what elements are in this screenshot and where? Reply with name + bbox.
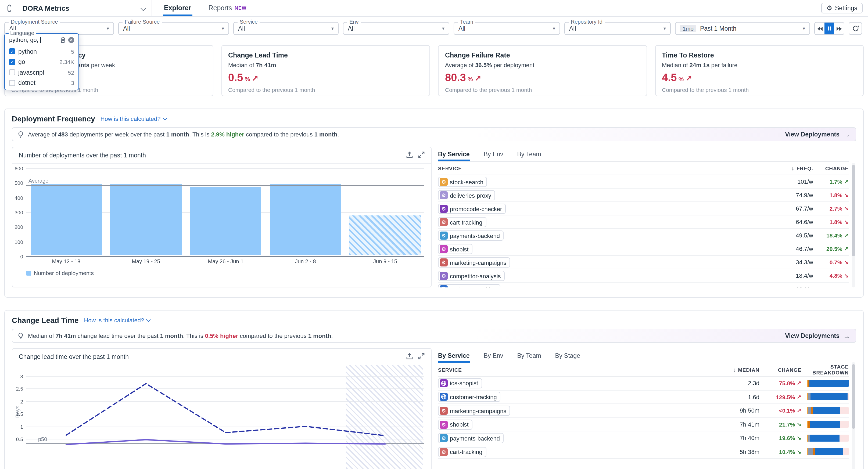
tab-by-team[interactable]: By Team xyxy=(517,147,541,161)
trend-arrow-icon: ↗ xyxy=(797,380,801,386)
service-pill[interactable]: ⚙marketing-campaigns xyxy=(438,257,510,268)
service-pill[interactable]: ⚙payments-backend xyxy=(438,230,504,241)
service-pill[interactable]: ⚙cart-tracking xyxy=(438,447,486,457)
y-axis-tick: 1 xyxy=(12,424,23,430)
how-calculated-link[interactable]: How is this calculated? xyxy=(100,116,166,122)
refresh-button[interactable] xyxy=(849,22,862,35)
pause-button[interactable] xyxy=(825,23,834,34)
sort-median[interactable]: ↓ MEDIAN xyxy=(722,366,760,373)
card-title: Change Failure Rate xyxy=(445,52,640,59)
table-row[interactable]: ⚙payments-backend 49.5/w 18.4% ↗ xyxy=(438,229,849,242)
checkbox[interactable]: ✓ xyxy=(9,49,15,55)
tab-by-team[interactable]: By Team xyxy=(517,348,541,363)
tab-by-env[interactable]: By Env xyxy=(484,348,503,363)
divider xyxy=(18,4,18,12)
table-row[interactable]: ⚙marketing-campaigns 34.3/w 0.7% ↘ xyxy=(438,256,849,269)
freq-value: 46.7/w xyxy=(765,246,813,252)
filter-env[interactable]: Env All ▾ xyxy=(343,22,449,35)
view-deployments-button[interactable]: View Deployments→ xyxy=(785,130,850,138)
metric-card-change-failure-rate[interactable]: Change Failure Rate Average of 36.5% per… xyxy=(438,45,647,96)
service-pill[interactable]: ⚙marketing-campaigns xyxy=(438,406,510,416)
expand-icon[interactable] xyxy=(418,353,425,361)
service-pill[interactable]: ⚙stock-search xyxy=(438,177,487,187)
gears-icon: ⚙ xyxy=(440,218,448,226)
table-row[interactable]: ios-shopist 2.3d 75.8% ↗ xyxy=(438,377,849,390)
settings-button[interactable]: ⚙ Settings xyxy=(821,3,863,13)
tab-by-env[interactable]: By Env xyxy=(484,147,503,161)
forecast-bar[interactable] xyxy=(349,215,421,255)
x-axis-label: May 12 - 18 xyxy=(52,258,81,264)
language-option-go[interactable]: ✓ go 2.34K xyxy=(5,57,79,67)
service-pill[interactable]: ⚙promocode-checker xyxy=(438,204,506,214)
p50-line[interactable] xyxy=(66,440,385,444)
tab-by-service[interactable]: By Service xyxy=(438,348,470,363)
table-row[interactable]: customer-tracking 1.6d 129.5% ↗ xyxy=(438,390,849,404)
tab-by-service[interactable]: By Service xyxy=(438,147,470,161)
metric-card-time-to-restore[interactable]: Time To Restore Median of 24m 1s per fai… xyxy=(655,45,864,96)
checkbox[interactable] xyxy=(9,80,15,86)
service-pill[interactable]: customer-tracking xyxy=(438,392,501,402)
table-row[interactable]: ⚙competitor-analysis 18.4/w 4.8% ↘ xyxy=(438,269,849,283)
language-option-javascript[interactable]: javascript 52 xyxy=(5,67,79,77)
table-row[interactable]: ⚙stock-search 101/w 1.7% ↗ xyxy=(438,175,849,189)
checkbox[interactable] xyxy=(9,69,15,75)
how-calculated-link[interactable]: How is this calculated? xyxy=(84,317,150,323)
tab-reports[interactable]: Reports NEW xyxy=(200,0,255,16)
filter-team[interactable]: Team All ▾ xyxy=(454,22,560,35)
service-pill[interactable]: ⚙competitor-analysis xyxy=(438,271,505,281)
card-subtitle: Average of 36.5% per deployment xyxy=(445,62,640,68)
language-option-python[interactable]: ✓ python 5 xyxy=(5,46,79,57)
fast-forward-button[interactable] xyxy=(834,23,844,34)
tab-explorer[interactable]: Explorer xyxy=(155,0,200,16)
filter-repository-id[interactable]: Repository Id All ▾ xyxy=(564,22,671,35)
card-subtitle: Median of 7h 41m xyxy=(228,62,423,68)
filter-failure-source[interactable]: Failure Source All ▾ xyxy=(118,22,229,35)
rewind-button[interactable] xyxy=(815,23,825,34)
expand-icon[interactable] xyxy=(418,152,425,159)
service-pill[interactable]: ⚙shopist xyxy=(438,419,472,430)
service-pill[interactable]: ⚙payments-backend xyxy=(438,433,504,443)
service-pill[interactable]: ⚙deliveries-proxy xyxy=(438,190,495,200)
language-option-dotnet[interactable]: dotnet 3 xyxy=(5,77,79,88)
median-value: 5h 38m xyxy=(722,448,760,455)
chart-legend[interactable]: Number of deployments xyxy=(26,270,94,276)
scrollbar-thumb[interactable] xyxy=(852,364,855,429)
table-row[interactable]: ⚙deliveries-proxy 74.9/w 1.8% ↘ xyxy=(438,189,849,202)
time-range-select[interactable]: 1mo Past 1 Month ▾ xyxy=(675,22,810,35)
table-row[interactable]: ⚙shopist 46.7/w 20.5% ↗ xyxy=(438,242,849,256)
table-row[interactable]: ⚙cart-tracking 64.6/w 1.8% ↘ xyxy=(438,215,849,229)
export-icon[interactable] xyxy=(406,152,413,159)
table-row[interactable]: customer-tracking 16.1/w 2.8% ↘ xyxy=(438,283,849,287)
metric-card-change-lead-time[interactable]: Change Lead Time Median of 7h 41m 0.5%↗ … xyxy=(221,45,430,96)
deployment-bar[interactable] xyxy=(190,187,261,255)
service-pill[interactable]: ⚙shopist xyxy=(438,244,472,254)
section-title: Deployment Frequency xyxy=(12,115,95,123)
line-series[interactable] xyxy=(26,365,425,469)
p95-line[interactable] xyxy=(66,383,385,436)
app-brand[interactable]: DORA Metrics xyxy=(5,0,149,16)
table-row[interactable]: ⚙payments-backend 7h 40m 19.6% ↘ xyxy=(438,431,849,445)
service-pill[interactable]: ios-shopist xyxy=(438,378,482,388)
view-deployments-button[interactable]: View Deployments→ xyxy=(785,332,850,340)
language-input[interactable]: python, go, xyxy=(9,36,60,43)
service-pill[interactable]: customer-tracking xyxy=(438,284,501,287)
refresh-icon xyxy=(852,25,859,32)
y-axis-tick: 600 xyxy=(12,165,23,171)
deployment-bar[interactable] xyxy=(30,184,102,255)
export-icon[interactable] xyxy=(406,353,413,361)
service-pill[interactable]: ⚙cart-tracking xyxy=(438,217,486,227)
table-row[interactable]: ⚙shopist 7h 41m 21.7% ↘ xyxy=(438,418,849,431)
table-row[interactable]: ⚙cart-tracking 5h 38m 10.4% ↘ xyxy=(438,445,849,459)
sort-freq[interactable]: ↓ FREQ. xyxy=(765,165,813,171)
tab-by-stage[interactable]: By Stage xyxy=(555,348,580,363)
checkbox[interactable]: ✓ xyxy=(9,59,15,65)
table-row[interactable]: ⚙marketing-campaigns 9h 50m <0.1% ↗ xyxy=(438,404,849,418)
deployment-bar[interactable] xyxy=(110,184,182,255)
filter-service[interactable]: Service All ▾ xyxy=(233,22,339,35)
close-icon[interactable]: ✕ xyxy=(68,37,74,43)
table-row[interactable]: ⚙promocode-checker 67.7/w 2.7% ↘ xyxy=(438,202,849,215)
trash-icon[interactable] xyxy=(60,36,66,43)
deployment-bar[interactable] xyxy=(270,184,341,255)
scrollbar-thumb[interactable] xyxy=(852,165,855,256)
trend-arrow-icon: ↗ xyxy=(844,178,849,185)
